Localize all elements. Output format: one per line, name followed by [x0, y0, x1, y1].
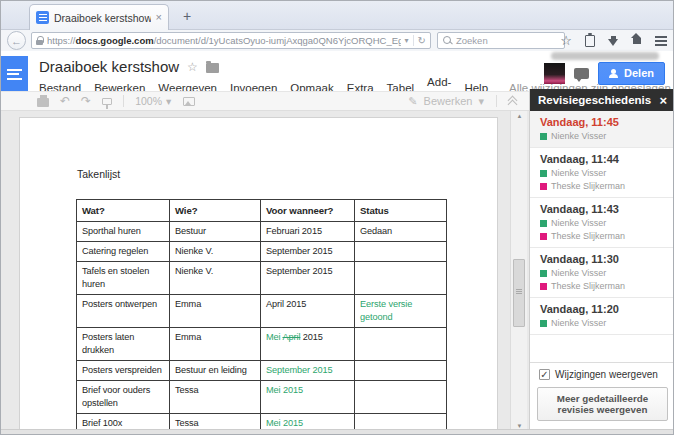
browser-tab[interactable]: Draaiboek kerstshow - Goo... ×	[29, 4, 169, 30]
revision-author: Nienke Visser	[540, 131, 665, 141]
revision-author: Nienke Visser	[540, 218, 665, 228]
app-menu-icon[interactable]	[655, 36, 667, 46]
table-cell[interactable]: Sporthal huren	[77, 222, 170, 242]
author-color-swatch	[540, 183, 547, 190]
print-icon[interactable]	[37, 98, 49, 107]
revision-entry[interactable]: Vandaag, 11:20Nienke Visser	[530, 298, 674, 335]
insert-image-icon[interactable]	[183, 97, 195, 106]
table-cell[interactable]	[355, 381, 447, 414]
table-cell[interactable]	[355, 262, 447, 295]
url-dropdown-icon[interactable]: ▾	[405, 36, 409, 45]
scroll-up-icon[interactable]: ▲	[511, 113, 528, 119]
vertical-scrollbar[interactable]: ▲ ▼	[510, 111, 527, 431]
author-color-swatch	[540, 233, 547, 240]
revision-author: Nienke Visser	[540, 168, 665, 178]
url-bar[interactable]: https://docs.google.com/document/d/1yUca…	[31, 32, 431, 49]
folder-icon[interactable]	[206, 63, 219, 73]
table-header: Wie?	[170, 200, 261, 222]
revision-timestamp: Vandaag, 11:30	[540, 253, 665, 265]
close-icon[interactable]: ×	[659, 93, 667, 108]
revision-entry[interactable]: Vandaag, 11:43Nienke VisserTheske Slijke…	[530, 198, 674, 248]
download-icon[interactable]	[608, 39, 618, 46]
revision-panel-title: Revisiegeschiedenis	[538, 94, 651, 106]
table-cell[interactable]: Tessa	[170, 381, 261, 414]
star-document-icon[interactable]: ☆	[187, 60, 198, 74]
author-name: Nienke Visser	[551, 131, 606, 141]
revision-entry[interactable]: Vandaag, 11:44Nienke VisserTheske Slijke…	[530, 148, 674, 198]
share-button[interactable]: Delen	[598, 62, 665, 85]
revision-history-panel: Revisiegeschiedenis × Vandaag, 11:45Nien…	[529, 89, 674, 429]
table-cell[interactable]: Posters laten drukken	[77, 328, 170, 361]
undo-icon[interactable]: ↶	[60, 95, 70, 107]
revision-timestamp: Vandaag, 11:45	[540, 116, 665, 128]
table-cell[interactable]: Nienke V.	[170, 242, 261, 262]
docs-favicon-icon	[36, 11, 49, 24]
table-cell[interactable]: Gedaan	[355, 222, 447, 242]
reload-icon[interactable]: ↻	[413, 35, 426, 46]
table-cell[interactable]: September 2015	[261, 262, 355, 295]
revision-entry[interactable]: Vandaag, 11:30Nienke VisserTheske Slijke…	[530, 248, 674, 298]
table-cell[interactable]	[355, 328, 447, 361]
table-cell[interactable]: September 2015	[261, 361, 355, 381]
author-name: Nienke Visser	[551, 218, 606, 228]
comments-icon[interactable]	[574, 68, 589, 79]
home-icon[interactable]	[631, 37, 642, 47]
table-cell[interactable]: Posters verspreiden	[77, 361, 170, 381]
show-changes-label: Wijzigingen weergeven	[555, 369, 658, 380]
table-cell[interactable]: April 2015	[261, 295, 355, 328]
table-cell[interactable]: September 2015	[261, 242, 355, 262]
nav-toolbar-icons: ☆	[560, 31, 667, 50]
task-table[interactable]: Wat?Wie?Voor wanneer?Status Sporthal hur…	[76, 199, 447, 435]
revision-entry[interactable]: Vandaag, 11:45Nienke Visser	[530, 111, 674, 148]
document-title[interactable]: Draaiboek kerstshow	[39, 58, 179, 75]
table-cell[interactable]: Bestuur en leiding	[170, 361, 261, 381]
table-cell[interactable]	[355, 242, 447, 262]
avatar[interactable]	[544, 63, 565, 84]
search-input[interactable]: Zoeken	[437, 32, 565, 49]
table-row: Sporthal hurenBestuurFebruari 2015Gedaan	[77, 222, 447, 242]
table-cell[interactable]	[355, 361, 447, 381]
task-table-body: Sporthal hurenBestuurFebruari 2015Gedaan…	[77, 222, 447, 435]
author-name: Theske Slijkerman	[551, 281, 625, 291]
user-email-redacted	[551, 52, 659, 60]
table-cell[interactable]: Eerste versie getoond	[355, 295, 447, 328]
bookmark-star-icon[interactable]: ☆	[560, 34, 572, 47]
docs-logo-icon[interactable]	[1, 56, 28, 92]
table-cell[interactable]: Nienke V.	[170, 262, 261, 295]
zoom-dropdown[interactable]: 100% ▾	[135, 95, 171, 107]
more-detailed-revisions-button[interactable]: Meer gedetailleerde revisies weergeven	[537, 387, 668, 421]
table-cell[interactable]: Mei 2015	[261, 381, 355, 414]
document-page[interactable]: Takenlijst Wat?Wie?Voor wanneer?Status S…	[19, 117, 498, 431]
chevron-down-icon: ▾	[478, 95, 484, 108]
edit-mode-control[interactable]: ✎ Bewerken ▾	[408, 95, 517, 108]
table-cell[interactable]: Bestuur	[170, 222, 261, 242]
author-color-swatch	[540, 133, 547, 140]
table-cell[interactable]: Catering regelen	[77, 242, 170, 262]
table-cell[interactable]: Emma	[170, 295, 261, 328]
bookmarks-menu-icon[interactable]	[585, 35, 595, 47]
scrollbar-thumb[interactable]	[513, 259, 525, 327]
table-cell[interactable]: Februari 2015	[261, 222, 355, 242]
tab-close-icon[interactable]: ×	[156, 12, 162, 23]
paint-format-icon[interactable]	[102, 98, 112, 105]
redo-icon[interactable]: ↷	[81, 95, 91, 107]
table-cell[interactable]: Brief voor ouders opstellen	[77, 381, 170, 414]
table-cell[interactable]: Posters ontwerpen	[77, 295, 170, 328]
author-name: Nienke Visser	[551, 168, 606, 178]
table-cell[interactable]: Mei April 2015	[261, 328, 355, 361]
author-color-swatch	[540, 170, 547, 177]
table-row: Posters laten drukkenEmmaMei April 2015	[77, 328, 447, 361]
edit-mode-label: Bewerken	[424, 95, 473, 107]
pencil-icon: ✎	[408, 95, 417, 108]
revision-panel-header: Revisiegeschiedenis ×	[530, 89, 674, 111]
checkbox-checked-icon[interactable]: ✓	[539, 369, 550, 380]
back-button[interactable]: ←	[7, 31, 26, 50]
author-name: Theske Slijkerman	[551, 181, 625, 191]
table-cell[interactable]: Emma	[170, 328, 261, 361]
show-changes-toggle[interactable]: ✓ Wijzigingen weergeven	[539, 369, 666, 380]
table-row: Catering regelenNienke V.September 2015	[77, 242, 447, 262]
collapse-toolbar-icon[interactable]	[509, 97, 517, 105]
table-cell[interactable]: Tafels en stoelen huren	[77, 262, 170, 295]
table-header: Wat?	[77, 200, 170, 222]
new-tab-button[interactable]: +	[177, 8, 197, 24]
